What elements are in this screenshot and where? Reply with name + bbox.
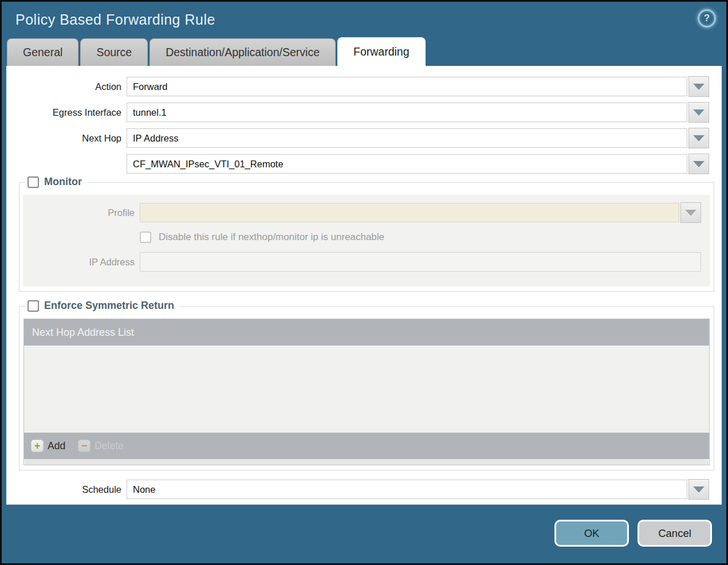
egress-interface-dropdown-button[interactable] <box>688 102 709 123</box>
schedule-label: Schedule <box>6 484 127 495</box>
next-hop-address-list-body[interactable] <box>24 346 709 433</box>
monitor-legend-label: Monitor <box>44 176 82 188</box>
next-hop-address-row: CF_MWAN_IPsec_VTI_01_Remote <box>6 154 709 174</box>
plus-icon: + <box>31 440 44 452</box>
tab-forwarding[interactable]: Forwarding <box>337 37 426 66</box>
tab-general[interactable]: General <box>7 38 78 66</box>
chevron-down-icon <box>685 210 696 216</box>
minus-icon: − <box>78 440 90 452</box>
next-hop-row: Next Hop IP Address <box>6 128 709 148</box>
egress-interface-label: Egress Interface <box>6 107 127 118</box>
dialog-title: Policy Based Forwarding Rule <box>15 11 215 28</box>
disable-rule-label: Disable this rule if nexthop/monitor ip … <box>159 232 384 243</box>
monitor-ip-address-row: IP Address <box>23 252 701 272</box>
enforce-symmetric-return-checkbox[interactable] <box>27 300 39 312</box>
help-icon[interactable]: ? <box>698 9 716 28</box>
action-row: Action Forward <box>6 76 709 97</box>
action-label: Action <box>6 81 127 92</box>
profile-label: Profile <box>23 207 140 218</box>
enforce-symmetric-return-legend-label: Enforce Symmetric Return <box>44 300 174 312</box>
next-hop-address-select[interactable]: CF_MWAN_IPsec_VTI_01_Remote <box>127 154 687 174</box>
monitor-ip-address-label: IP Address <box>23 257 140 268</box>
disable-rule-row: Disable this rule if nexthop/monitor ip … <box>140 230 701 245</box>
disable-rule-checkbox <box>140 232 151 243</box>
delete-button: − Delete <box>78 440 124 452</box>
cancel-button[interactable]: Cancel <box>638 520 712 547</box>
egress-interface-row: Egress Interface tunnel.1 <box>6 102 709 123</box>
add-button[interactable]: + Add <box>31 440 65 452</box>
monitor-panel: Profile Disable this rule if nexthop/mon… <box>23 195 710 287</box>
ok-button[interactable]: OK <box>554 520 629 547</box>
pbf-rule-dialog: Policy Based Forwarding Rule ? General S… <box>0 0 728 565</box>
chevron-down-icon <box>693 135 705 142</box>
horizontal-scrollbar-track[interactable] <box>25 459 709 465</box>
monitor-checkbox[interactable] <box>27 176 39 188</box>
monitor-fieldset: Monitor Profile Disable this rule if nex… <box>19 182 714 292</box>
chevron-down-icon <box>693 486 705 493</box>
add-button-label: Add <box>48 440 65 452</box>
forwarding-tab-panel: Action Forward Egress Interface tunnel.1… <box>6 66 722 505</box>
delete-button-label: Delete <box>95 440 124 452</box>
chevron-down-icon <box>693 161 705 167</box>
action-dropdown-button[interactable] <box>688 76 709 97</box>
next-hop-type-dropdown-button[interactable] <box>688 128 709 148</box>
next-hop-address-dropdown-button[interactable] <box>688 154 709 174</box>
schedule-row: Schedule None <box>6 479 709 500</box>
tab-destination-application-service[interactable]: Destination/Application/Service <box>149 38 336 66</box>
next-hop-address-list-header: Next Hop Address List <box>24 319 709 346</box>
next-hop-address-list-toolbar: + Add − Delete <box>24 433 709 459</box>
next-hop-address-list-table: Next Hop Address List + Add − Delete <box>23 319 710 465</box>
monitor-legend: Monitor <box>25 176 88 188</box>
profile-dropdown-button <box>680 202 701 223</box>
action-select[interactable]: Forward <box>127 77 687 96</box>
dialog-footer: OK Cancel <box>2 505 726 562</box>
profile-row: Profile <box>23 202 701 223</box>
enforce-symmetric-return-legend: Enforce Symmetric Return <box>25 300 180 312</box>
egress-interface-select[interactable]: tunnel.1 <box>127 103 687 122</box>
schedule-dropdown-button[interactable] <box>688 479 709 500</box>
monitor-ip-address-input <box>140 252 701 272</box>
next-hop-type-select[interactable]: IP Address <box>127 128 687 148</box>
enforce-symmetric-return-fieldset: Enforce Symmetric Return Next Hop Addres… <box>19 306 714 470</box>
chevron-down-icon <box>693 84 705 90</box>
schedule-select[interactable]: None <box>127 480 687 499</box>
next-hop-label: Next Hop <box>6 133 127 144</box>
tab-source[interactable]: Source <box>80 38 148 66</box>
profile-select <box>140 203 679 222</box>
chevron-down-icon <box>693 109 705 116</box>
dialog-titlebar: Policy Based Forwarding Rule ? <box>2 2 726 37</box>
tab-bar: General Source Destination/Application/S… <box>2 37 726 66</box>
